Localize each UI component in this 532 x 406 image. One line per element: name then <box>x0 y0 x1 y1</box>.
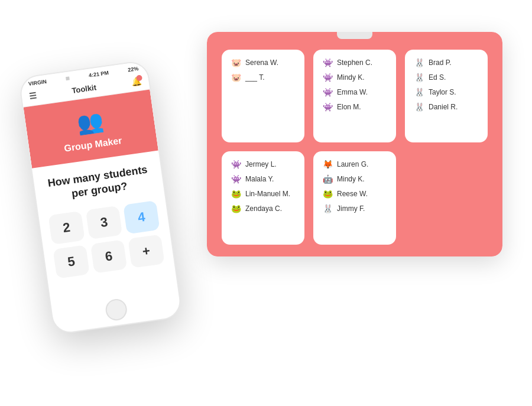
student-avatar: 🐰 <box>413 57 425 69</box>
student-row: 🐰 Taylor S. <box>413 86 479 98</box>
group-card-2: 👾 Stephen C. 👾 Mindy K. 👾 Emma W. 👾 Elon… <box>313 50 396 143</box>
group-card-5: 🦊 Lauren G. 🤖 Mindy K. 🐸 Reese W. 🐰 Jimm… <box>313 151 396 245</box>
student-avatar: 🤖 <box>322 173 333 185</box>
student-avatar: 👾 <box>322 101 333 113</box>
student-name: Zendaya C. <box>245 204 282 213</box>
student-name: Serena W. <box>245 59 278 67</box>
carrier-label: VIRGIN <box>28 78 47 86</box>
student-name: Ed S. <box>429 73 446 82</box>
num-4-button[interactable]: 4 <box>123 200 160 233</box>
student-row: 🐰 Ed S. <box>413 72 479 83</box>
tablet-notch <box>337 32 372 39</box>
student-avatar: 🐸 <box>230 203 242 215</box>
num-6-button[interactable]: 6 <box>90 239 127 273</box>
student-row: 👾 Elon M. <box>322 101 388 113</box>
battery-label: 22% <box>128 65 139 72</box>
phone-screen: VIRGIN 4:21 PM 22% ☰ Toolkit 🔔 👥 <box>20 61 182 334</box>
hamburger-icon[interactable]: ☰ <box>28 90 37 101</box>
student-row: 🐰 Brad P. <box>413 57 479 69</box>
group-card-4: 👾 Jermey L. 👾 Malala Y. 🐸 Lin-Manuel M. … <box>222 151 304 245</box>
student-row: 🦊 Lauren G. <box>322 158 388 170</box>
student-name: Lin-Manuel M. <box>245 190 290 198</box>
student-name: Stephen C. <box>337 59 372 67</box>
student-row: 🐰 Daniel R. <box>413 101 479 113</box>
student-avatar: 🐰 <box>413 86 425 98</box>
student-row: 🐰 Jimmy F. <box>322 203 388 215</box>
camera-dot <box>66 76 70 80</box>
app-title: Toolkit <box>71 82 96 95</box>
student-row: 🐸 Reese W. <box>322 188 388 200</box>
student-row: 👾 Malala Y. <box>230 173 296 185</box>
group-card-3: 🐰 Brad P. 🐰 Ed S. 🐰 Taylor S. 🐰 Daniel R… <box>405 50 488 143</box>
student-name: Taylor S. <box>429 88 456 96</box>
tablet-screen: 🐷 Serena W. 🐷 ___ T. 👾 Stephen C. 👾 Mind… <box>207 32 502 256</box>
num-5-button[interactable]: 5 <box>53 245 89 278</box>
student-avatar: 👾 <box>230 173 242 185</box>
student-name: Lauren G. <box>337 160 368 168</box>
student-row: 🤖 Mindy K. <box>322 173 388 185</box>
student-name: Jermey L. <box>245 160 277 168</box>
student-row: 👾 Mindy K. <box>322 72 388 83</box>
student-avatar: 🐰 <box>413 72 425 83</box>
student-avatar: 👾 <box>322 86 333 98</box>
student-name: Reese W. <box>337 190 368 198</box>
num-2-button[interactable]: 2 <box>48 210 85 244</box>
notification-bell[interactable]: 🔔 <box>131 76 142 86</box>
num-plus-button[interactable]: + <box>128 234 164 268</box>
student-name: Elon M. <box>337 103 361 111</box>
student-avatar: 🐸 <box>230 188 242 200</box>
student-name: Jimmy F. <box>337 204 365 213</box>
student-avatar: 🐷 <box>230 72 242 83</box>
student-row: 🐸 Lin-Manuel M. <box>230 188 296 200</box>
student-name: ___ T. <box>245 73 264 82</box>
tablet: 🐷 Serena W. 🐷 ___ T. 👾 Stephen C. 👾 Mind… <box>207 32 502 256</box>
student-row: 👾 Jermey L. <box>230 158 296 170</box>
student-name: Daniel R. <box>429 103 458 111</box>
student-name: Brad P. <box>429 59 451 67</box>
student-avatar: 🦊 <box>322 158 333 170</box>
student-avatar: 👾 <box>322 57 333 69</box>
student-row: 🐸 Zendaya C. <box>230 203 296 215</box>
student-avatar: 👾 <box>230 158 242 170</box>
student-avatar: 🐰 <box>322 203 333 215</box>
phone: VIRGIN 4:21 PM 22% ☰ Toolkit 🔔 👥 <box>18 59 183 334</box>
group-card-1: 🐷 Serena W. 🐷 ___ T. <box>222 50 304 143</box>
student-row: 🐷 Serena W. <box>230 57 296 69</box>
student-name: Malala Y. <box>245 175 274 183</box>
student-avatar: 🐰 <box>413 101 425 113</box>
notification-dot <box>136 74 142 81</box>
group-maker-icon: 👥 <box>75 108 105 137</box>
time-label: 4:21 PM <box>88 70 109 79</box>
student-name: Mindy K. <box>337 175 365 183</box>
student-row: 🐷 ___ T. <box>230 72 296 83</box>
student-avatar: 🐸 <box>322 188 333 200</box>
student-row: 👾 Stephen C. <box>322 57 388 69</box>
scene: 🐷 Serena W. 🐷 ___ T. 👾 Stephen C. 👾 Mind… <box>12 14 520 392</box>
num-3-button[interactable]: 3 <box>86 205 122 239</box>
group-maker-title: Group Maker <box>63 135 122 154</box>
student-avatar: 🐷 <box>230 57 242 69</box>
student-name: Mindy K. <box>337 73 365 82</box>
student-row: 👾 Emma W. <box>322 86 388 98</box>
student-name: Emma W. <box>337 88 368 96</box>
student-avatar: 👾 <box>322 72 333 83</box>
